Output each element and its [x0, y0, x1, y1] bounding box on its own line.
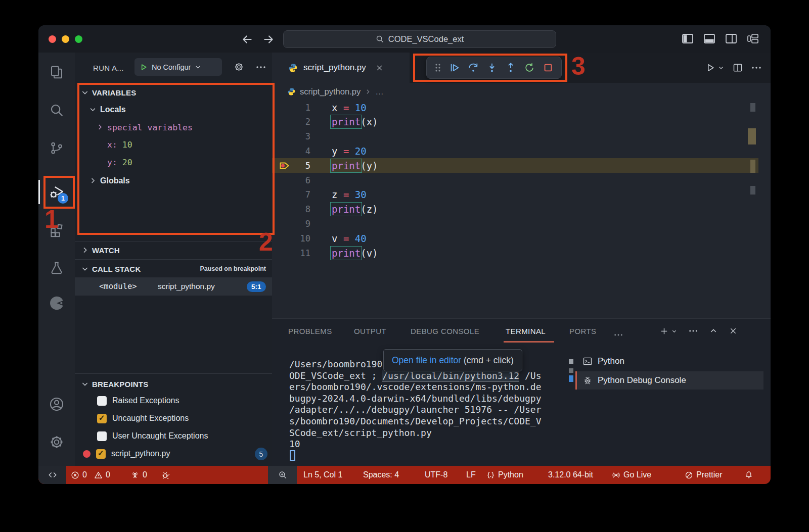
toggle-panel-icon[interactable] — [704, 34, 715, 43]
call-stack-section-header[interactable]: CALL STACK Paused on breakpoint — [75, 260, 272, 277]
breakpoint-file-row[interactable]: script_python.py 5 — [75, 445, 272, 462]
code-line[interactable]: 7z = 30 — [272, 187, 758, 202]
line-number[interactable]: 8 — [272, 204, 310, 214]
language-mode[interactable]: Python — [486, 466, 523, 484]
remote-indicator[interactable] — [38, 466, 66, 484]
terminal-more-actions-icon[interactable] — [689, 329, 698, 333]
terminal-list-item-debug-console[interactable]: Python Debug Console — [575, 371, 763, 390]
line-number[interactable]: 6 — [272, 175, 310, 185]
python-version[interactable]: 3.12.0 64-bit — [548, 466, 593, 484]
tab-terminal[interactable]: TERMINAL — [506, 319, 546, 343]
line-number[interactable]: 9 — [272, 219, 310, 229]
terminal-line: SCode_ext/script_python.py — [289, 427, 432, 439]
line-number[interactable]: 11 — [272, 248, 310, 258]
toggle-sidebar-icon[interactable] — [682, 34, 693, 43]
close-tab-icon[interactable] — [376, 64, 383, 72]
breakpoint-row[interactable]: User Uncaught Exceptions — [75, 427, 272, 445]
annotation-label-1: 1 — [44, 205, 59, 234]
code-line[interactable]: 4y = 20 — [272, 143, 758, 158]
command-center-search[interactable]: CODE_VSCode_ext — [283, 30, 556, 48]
tab-debug-console[interactable]: DEBUG CONSOLE — [411, 319, 479, 343]
eol-sequence[interactable]: LF — [466, 466, 476, 484]
code-line[interactable]: 11print(v) — [272, 246, 758, 260]
notifications-bell-icon[interactable] — [744, 466, 753, 484]
line-number[interactable]: 5 — [272, 161, 310, 171]
line-number[interactable]: 2 — [272, 117, 310, 127]
code-line[interactable]: 10v = 40 — [272, 231, 758, 246]
search-view-icon[interactable] — [38, 98, 75, 122]
tab-output[interactable]: OUTPUT — [354, 319, 386, 343]
line-number[interactable]: 7 — [272, 189, 310, 200]
debugging-status-icon[interactable] — [161, 466, 170, 484]
views-more-actions-icon[interactable] — [256, 65, 266, 70]
customize-layout-icon[interactable] — [747, 34, 758, 43]
line-number[interactable]: 3 — [272, 131, 310, 141]
maximize-window-button[interactable] — [75, 35, 82, 43]
code-line[interactable]: 2print(x) — [272, 115, 758, 129]
minimize-window-button[interactable] — [62, 35, 69, 43]
new-terminal-icon[interactable] — [660, 327, 677, 335]
breakpoints-section-header[interactable]: BREAKPOINTS — [75, 375, 272, 393]
maximize-panel-icon[interactable] — [709, 327, 717, 335]
line-number[interactable]: 10 — [272, 233, 310, 244]
code-line[interactable]: 6 — [272, 173, 758, 187]
line-number[interactable]: 1 — [272, 103, 310, 113]
more-tabs-icon[interactable] — [614, 333, 623, 337]
back-arrow-icon[interactable] — [241, 33, 254, 46]
forward-arrow-icon[interactable] — [262, 33, 275, 46]
breakpoint-row[interactable]: Uncaught Exceptions — [75, 410, 272, 427]
zoom-indicator[interactable] — [268, 466, 297, 484]
split-editor-icon[interactable] — [733, 63, 743, 73]
toggle-secondary-sidebar-icon[interactable] — [726, 34, 737, 43]
errors-warnings[interactable]: 0 0 — [71, 466, 110, 484]
screenshot-background: CODE_VSCode_ext — [0, 0, 809, 532]
active-tab-underline — [504, 341, 554, 343]
breakpoint-row[interactable]: Raised Exceptions — [75, 392, 272, 409]
terminal-cursor — [290, 450, 295, 461]
tab-ports[interactable]: PORTS — [569, 319, 596, 343]
settings-gear-icon[interactable] — [38, 430, 75, 454]
debug-console-bug-icon — [582, 375, 593, 385]
tab-problems[interactable]: PROBLEMS — [288, 319, 332, 343]
checkbox-unchecked[interactable] — [97, 431, 107, 441]
pie-chart-icon[interactable] — [38, 291, 75, 315]
checkbox-checked[interactable] — [96, 449, 106, 459]
account-icon[interactable] — [38, 392, 75, 416]
code-line[interactable]: 9 — [272, 216, 758, 231]
checkbox-checked[interactable] — [97, 414, 107, 423]
encoding[interactable]: UTF-8 — [425, 466, 447, 484]
terminal-line: bugpy-2024.4.0-darwin-x64/bundled/libs/d… — [289, 393, 542, 405]
breakpoint-paused-icon[interactable] — [279, 160, 291, 172]
tab-script-python[interactable]: script_python.py — [272, 53, 410, 83]
debug-configuration-dropdown[interactable]: No Configur — [134, 58, 222, 76]
indentation[interactable]: Spaces: 4 — [363, 466, 399, 484]
code-line[interactable]: 5print(y) — [272, 158, 758, 173]
breadcrumb[interactable]: script_python.py … — [272, 84, 771, 99]
cursor-position[interactable]: Ln 5, Col 1 — [303, 466, 342, 484]
checkbox-unchecked[interactable] — [97, 396, 107, 406]
close-panel-icon[interactable] — [729, 327, 737, 335]
code-text: print(v) — [332, 248, 378, 259]
code-line[interactable]: 1x = 10 — [272, 100, 758, 115]
run-python-file-icon[interactable] — [705, 63, 724, 73]
tooltip-link-text[interactable]: Open file in editor — [392, 355, 461, 366]
ports-indicator[interactable]: 0 — [130, 466, 147, 484]
line-number[interactable]: 4 — [272, 146, 310, 156]
testing-icon[interactable] — [38, 256, 75, 280]
call-stack-frame-row[interactable]: <module> script_python.py 5:1 — [75, 277, 272, 296]
prettier-button[interactable]: Prettier — [685, 466, 723, 484]
source-control-icon[interactable] — [38, 136, 75, 160]
code-line[interactable]: 3 — [272, 129, 758, 144]
debug-settings-gear-icon[interactable] — [234, 62, 244, 72]
explorer-icon[interactable] — [38, 60, 75, 84]
terminal-link[interactable]: /usr/local/bin/python3.12 — [382, 370, 519, 381]
go-live-button[interactable]: Go Live — [612, 466, 651, 484]
more-actions-icon[interactable] — [751, 66, 761, 70]
watch-section-header[interactable]: WATCH — [75, 241, 272, 259]
code-line[interactable]: 8print(z) — [272, 202, 758, 217]
breadcrumb-file[interactable]: script_python.py — [300, 87, 361, 96]
breadcrumb-more[interactable]: … — [375, 87, 384, 96]
start-debug-icon[interactable] — [140, 63, 148, 71]
terminal-list-item-python[interactable]: Python — [575, 352, 763, 370]
close-window-button[interactable] — [49, 35, 56, 43]
